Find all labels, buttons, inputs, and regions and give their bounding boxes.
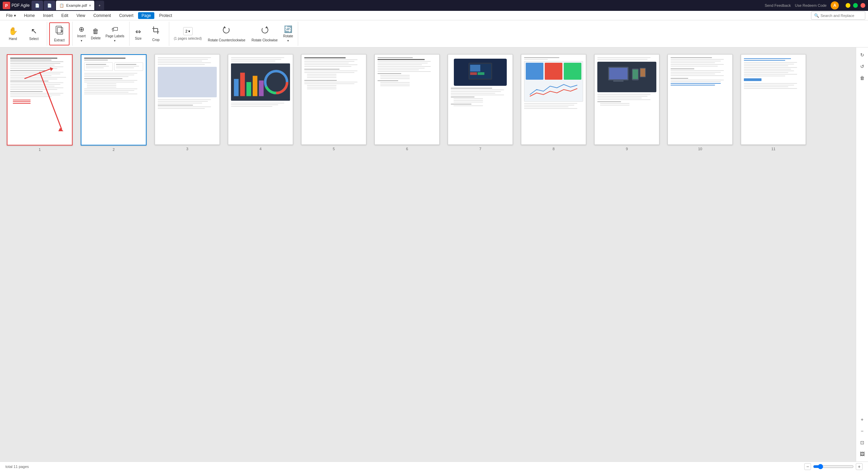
sidebar-rotate-cw-button[interactable]: ↻ xyxy=(857,50,867,60)
page-num-10: 10 xyxy=(698,147,702,151)
svg-rect-26 xyxy=(470,65,480,72)
page-thumb-2[interactable]: 2 xyxy=(81,54,147,152)
sidebar-image-button[interactable]: 🖼 xyxy=(857,449,867,459)
menu-insert[interactable]: Insert xyxy=(40,12,57,19)
page-frame-5 xyxy=(301,54,366,145)
page-frame-7 xyxy=(448,54,513,145)
search-box[interactable]: 🔍 xyxy=(811,12,865,20)
search-input[interactable] xyxy=(821,14,861,18)
page-content-11 xyxy=(741,55,806,144)
maximize-button[interactable] xyxy=(853,3,858,8)
hand-tool-button[interactable]: ✋ Hand xyxy=(3,22,23,45)
svg-rect-27 xyxy=(470,72,477,75)
menu-protect[interactable]: Protect xyxy=(156,12,175,19)
close-button[interactable] xyxy=(861,3,865,8)
page-thumb-9[interactable]: 9 xyxy=(594,54,659,152)
page-thumb-3[interactable]: 3 xyxy=(155,54,220,152)
minimize-button[interactable] xyxy=(846,3,850,8)
example-tab-label: Example.pdf xyxy=(66,3,87,7)
page-thumb-11[interactable]: 11 xyxy=(741,54,806,152)
send-feedback-button[interactable]: Send Feedback xyxy=(765,3,791,7)
page-num-dropdown[interactable]: 2 ▾ xyxy=(183,27,193,35)
thumbnail-grid: 1 xyxy=(0,47,856,462)
page-frame-10 xyxy=(668,54,733,145)
svg-rect-30 xyxy=(609,68,628,79)
page-thumb-8[interactable]: 8 xyxy=(521,54,586,152)
menu-home[interactable]: Home xyxy=(21,12,38,19)
app-name: PDF Agile xyxy=(12,3,30,8)
file-tab[interactable]: 📄 xyxy=(32,1,43,10)
rotate-ccw-button[interactable]: Rotate Counterclockwise xyxy=(205,22,248,45)
page-thumb-4[interactable]: 4 xyxy=(228,54,293,152)
crop-icon xyxy=(152,26,160,37)
page-thumb-5[interactable]: 5 xyxy=(301,54,366,152)
page-frame-3 xyxy=(155,54,220,145)
menu-comment[interactable]: Comment xyxy=(90,12,114,19)
page-num-7: 7 xyxy=(479,147,481,151)
size-button[interactable]: ⇔ Size xyxy=(132,22,145,45)
example-tab[interactable]: 📋 Example.pdf × xyxy=(56,1,94,10)
right-sidebar: ↻ ↺ 🗑 + − ⊡ 🖼 xyxy=(856,47,868,462)
page-content-10 xyxy=(668,55,732,144)
zoom-out-button[interactable]: − xyxy=(804,463,811,470)
title-bar: P PDF Agile 📄 📄 📋 Example.pdf × + Send F… xyxy=(0,0,868,11)
sidebar-fit-button[interactable]: ⊡ xyxy=(857,438,867,447)
rotate-button[interactable]: 🔄 Rotate ▾ xyxy=(281,22,295,45)
insert-button[interactable]: ⊕ Insert ▾ xyxy=(75,22,88,45)
example-tab-icon: 📋 xyxy=(59,3,64,8)
zoom-slider[interactable] xyxy=(813,464,854,469)
toolbar-group-rotate: Rotate Counterclockwise Rotate Clockwise… xyxy=(205,22,298,46)
app-logo: P PDF Agile xyxy=(3,2,30,9)
page-frame-1 xyxy=(7,54,73,145)
main-area: 1 xyxy=(0,47,868,462)
toolbar-group-size: ⇔ Size Crop xyxy=(132,22,169,46)
select-tool-button[interactable]: ↖ Select xyxy=(24,22,44,45)
toolbar-group-edit: ⊕ Insert ▾ 🗑 Delete 🏷 Page Labels ▾ xyxy=(75,22,130,46)
page-thumb-1[interactable]: 1 xyxy=(7,54,73,152)
sidebar-zoom-in-button[interactable]: + xyxy=(857,415,867,424)
search-icon: 🔍 xyxy=(814,13,819,18)
page-num-2: 2 xyxy=(113,148,115,152)
svg-rect-31 xyxy=(613,80,623,82)
page-frame-11 xyxy=(741,54,806,145)
delete-button[interactable]: 🗑 Delete xyxy=(89,22,103,45)
user-avatar[interactable]: A xyxy=(831,1,839,9)
rotate-ccw-icon xyxy=(222,25,231,37)
close-tab-button[interactable]: × xyxy=(89,4,91,7)
menu-file[interactable]: File ▾ xyxy=(3,12,19,19)
svg-rect-17 xyxy=(240,73,245,96)
page-num-11: 11 xyxy=(771,147,775,151)
sidebar-rotate-ccw-button[interactable]: ↺ xyxy=(857,62,867,71)
menu-convert[interactable]: Convert xyxy=(116,12,137,19)
zoom-in-button[interactable]: + xyxy=(856,463,863,470)
extract-button[interactable]: Extract xyxy=(49,22,70,45)
menu-edit[interactable]: Edit xyxy=(58,12,72,19)
svg-rect-16 xyxy=(234,79,239,96)
menu-view[interactable]: View xyxy=(73,12,89,19)
page-thumb-6[interactable]: 6 xyxy=(374,54,440,152)
pdf-tab[interactable]: 📄 xyxy=(44,1,55,10)
menu-page[interactable]: Page xyxy=(138,12,154,19)
rotate-cw-button[interactable]: Rotate Clockwise xyxy=(249,22,280,45)
page-thumb-10[interactable]: 10 xyxy=(668,54,733,152)
svg-rect-20 xyxy=(259,80,264,96)
page-num-6: 6 xyxy=(406,147,408,151)
hand-icon: ✋ xyxy=(8,27,18,36)
add-tab-button[interactable]: + xyxy=(95,1,104,10)
page-num-4: 4 xyxy=(259,147,262,151)
status-bar: total 11 pages − + xyxy=(0,462,868,471)
svg-rect-35 xyxy=(640,68,645,77)
page-frame-2 xyxy=(81,54,147,145)
sidebar-delete-button[interactable]: 🗑 xyxy=(857,73,867,83)
page-num-5: 5 xyxy=(333,147,335,151)
redeem-code-button[interactable]: Use Redeem Code xyxy=(795,3,827,7)
page-thumb-7[interactable]: 7 xyxy=(448,54,513,152)
sidebar-zoom-out-button[interactable]: − xyxy=(857,426,867,436)
svg-marker-11 xyxy=(265,26,268,28)
svg-marker-10 xyxy=(223,26,226,28)
page-content-5 xyxy=(302,55,366,144)
page-labels-button[interactable]: 🏷 Page Labels ▾ xyxy=(103,22,127,45)
page-content-1 xyxy=(7,55,72,145)
page-content-8 xyxy=(521,55,586,144)
crop-button[interactable]: Crop xyxy=(146,22,166,45)
